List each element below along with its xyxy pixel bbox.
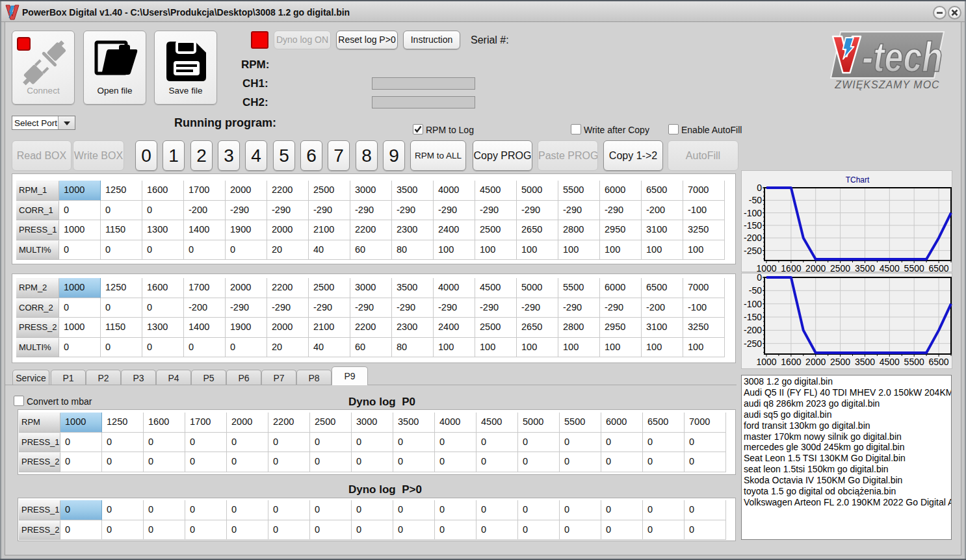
svg-text:2500: 2500 [830,357,850,367]
svg-text:0: 0 [757,183,762,193]
svg-text:2500: 2500 [830,263,850,273]
svg-text:-100: -100 [744,299,762,309]
svg-text:-50: -50 [749,285,762,296]
svg-text:-250: -250 [744,246,762,256]
svg-text:4500: 4500 [880,357,900,367]
svg-text:3500: 3500 [855,263,875,273]
svg-text:1000: 1000 [756,357,776,367]
svg-text:-150: -150 [744,220,762,231]
svg-text:6500: 6500 [929,357,949,367]
svg-text:5500: 5500 [904,357,924,367]
svg-text:-250: -250 [744,338,762,349]
svg-text:-200: -200 [744,233,762,243]
svg-text:-150: -150 [744,312,762,322]
svg-text:1600: 1600 [781,263,801,273]
svg-text:5500: 5500 [904,263,924,273]
svg-text:1600: 1600 [781,357,801,367]
svg-text:-tech: -tech [862,34,943,81]
svg-text:2000: 2000 [805,263,826,273]
svg-text:-50: -50 [749,195,762,205]
svg-text:4500: 4500 [880,263,900,273]
svg-text:3500: 3500 [855,357,875,367]
svg-text:-200: -200 [744,325,762,335]
svg-text:TChart: TChart [846,175,870,185]
svg-text:0: 0 [757,274,762,283]
svg-text:2000: 2000 [805,357,826,367]
svg-text:6500: 6500 [929,263,949,273]
svg-text:-100: -100 [744,208,762,218]
svg-text:1000: 1000 [756,263,776,273]
